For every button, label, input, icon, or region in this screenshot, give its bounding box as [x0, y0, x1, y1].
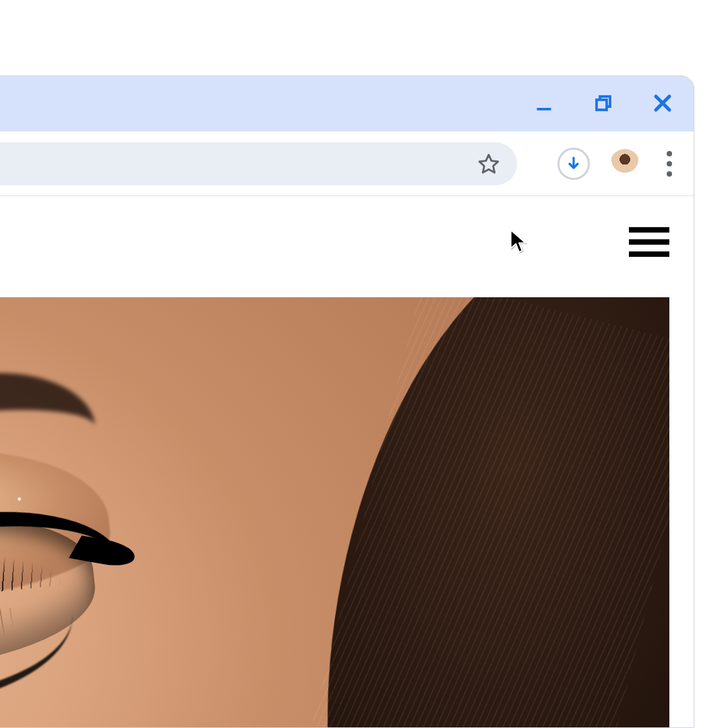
window-controls	[532, 91, 675, 115]
downloads-button[interactable]	[557, 148, 590, 180]
hero-image	[0, 297, 669, 727]
hamburger-line-icon	[629, 251, 669, 257]
browser-menu-button[interactable]	[660, 149, 679, 179]
site-menu-button[interactable]	[629, 227, 669, 257]
star-icon	[477, 152, 500, 175]
minimize-button[interactable]	[532, 91, 556, 115]
close-button[interactable]	[650, 91, 675, 115]
svg-rect-1	[597, 100, 607, 110]
restore-icon	[593, 93, 613, 113]
hamburger-line-icon	[629, 227, 669, 233]
svg-rect-0	[537, 108, 551, 111]
browser-toolbar	[0, 131, 694, 196]
kebab-dot-icon	[667, 151, 672, 156]
profile-avatar-button[interactable]	[610, 149, 640, 179]
title-bar	[0, 76, 694, 131]
page-content	[0, 196, 694, 727]
download-arrow-icon	[566, 156, 582, 172]
address-bar[interactable]	[0, 142, 517, 185]
bookmark-button[interactable]	[474, 149, 504, 179]
close-icon	[653, 93, 673, 113]
hamburger-line-icon	[629, 239, 669, 245]
restore-button[interactable]	[591, 91, 615, 115]
toolbar-right-icons	[557, 148, 679, 180]
minimize-icon	[535, 94, 553, 113]
kebab-dot-icon	[667, 171, 672, 177]
browser-window	[0, 75, 694, 728]
site-header	[0, 196, 694, 297]
kebab-dot-icon	[667, 161, 672, 166]
